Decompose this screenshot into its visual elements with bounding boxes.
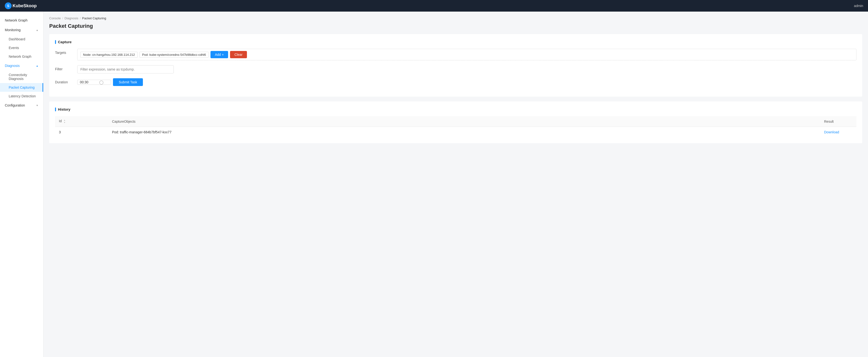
user-label: admin — [854, 4, 863, 8]
sidebar-item-connectivity-diagnosis[interactable]: Connectivity Diagnosis — [0, 70, 43, 83]
col-capture-objects-label: CaptureObjects — [112, 120, 135, 123]
add-button[interactable]: Add + — [211, 51, 228, 58]
table-header: Id ▲ ▼ CaptureObjects Result — [55, 116, 857, 127]
duration-input[interactable] — [80, 80, 99, 84]
sidebar-item-diagnosis[interactable]: Diagnosis — [0, 61, 43, 70]
filter-input[interactable] — [77, 65, 174, 73]
main-content: Console / Diagnosis / Packet Capturing P… — [43, 11, 868, 357]
table-body: 3 Pod: traffic-manager-684b7bf547-kxx77 … — [55, 127, 857, 138]
targets-label: Targets — [55, 49, 74, 55]
sidebar-label: Events — [9, 46, 19, 50]
col-id: Id ▲ ▼ — [55, 116, 108, 127]
sidebar-label: Network Graph — [5, 18, 28, 22]
sidebar-item-latency-detection[interactable]: Latency Detection — [0, 92, 43, 100]
breadcrumb-sep-2: / — [80, 17, 81, 20]
history-table: Id ▲ ▼ CaptureObjects Result — [55, 116, 857, 138]
sidebar-label: Diagnosis — [5, 64, 20, 68]
sort-icon-id[interactable]: ▲ ▼ — [64, 119, 66, 124]
history-section-title: History — [55, 107, 857, 111]
col-result-label: Result — [824, 120, 834, 123]
page-title: Packet Capturing — [49, 23, 862, 29]
chevron-up-icon — [36, 29, 38, 31]
filter-row: Filter — [55, 65, 857, 73]
chevron-up-icon — [36, 64, 38, 67]
capture-section-title: Capture — [55, 40, 857, 44]
chevron-down-icon — [36, 104, 38, 107]
table-header-row: Id ▲ ▼ CaptureObjects Result — [55, 116, 857, 127]
cell-capture-objects: Pod: traffic-manager-684b7bf547-kxx77 — [108, 127, 820, 138]
sidebar-label: Configuration — [5, 103, 25, 107]
logo-icon: S — [5, 2, 11, 9]
sidebar-label: Monitoring — [5, 28, 21, 32]
col-id-label: Id — [59, 119, 62, 123]
target-tag-1: Pod: kube-system/coredns-547b98dbcc-cdhl… — [140, 52, 209, 58]
sidebar-item-packet-capturing[interactable]: Packet Capturing — [0, 83, 43, 92]
capture-card: Capture Targets Node: cn-hangzhou.192.16… — [49, 34, 862, 97]
submit-task-button[interactable]: Submit Task — [113, 78, 143, 86]
sidebar-item-network-graph-top[interactable]: Network Graph — [0, 16, 43, 25]
filter-label: Filter — [55, 65, 74, 71]
duration-control: ◯ Submit Task — [77, 78, 857, 86]
top-navigation: S KubeSkoop admin — [0, 0, 868, 11]
clock-icon: ◯ — [99, 80, 103, 85]
breadcrumb-diagnosis[interactable]: Diagnosis — [64, 17, 78, 20]
main-layout: Network Graph Monitoring Dashboard Event… — [0, 11, 868, 357]
duration-label: Duration — [55, 78, 74, 84]
history-card: History Id ▲ ▼ CaptureObjects — [49, 101, 862, 143]
table-row: 3 Pod: traffic-manager-684b7bf547-kxx77 … — [55, 127, 857, 138]
filter-control — [77, 65, 857, 73]
download-link[interactable]: Download — [824, 130, 839, 134]
sidebar-item-dashboard[interactable]: Dashboard — [0, 35, 43, 43]
breadcrumb-current: Packet Capturing — [82, 17, 106, 20]
col-capture-objects: CaptureObjects — [108, 116, 820, 127]
sidebar-label: Network Graph — [9, 55, 31, 58]
sidebar-label: Connectivity Diagnosis — [9, 73, 27, 81]
sidebar-label: Dashboard — [9, 37, 25, 41]
breadcrumb-sep-1: / — [62, 17, 63, 20]
sidebar-item-events[interactable]: Events — [0, 43, 43, 52]
col-result: Result — [820, 116, 857, 127]
cell-result: Download — [820, 127, 857, 138]
breadcrumb-console[interactable]: Console — [49, 17, 61, 20]
sidebar-label: Latency Detection — [9, 94, 36, 98]
targets-row: Targets Node: cn-hangzhou.192.168.114.21… — [55, 49, 857, 60]
targets-control: Node: cn-hangzhou.192.168.114.212 Pod: k… — [77, 49, 857, 60]
breadcrumb: Console / Diagnosis / Packet Capturing — [49, 17, 862, 20]
duration-row: Duration ◯ Submit Task — [55, 78, 857, 86]
cell-id: 3 — [55, 127, 108, 138]
sidebar-item-network-graph-sub[interactable]: Network Graph — [0, 52, 43, 61]
clear-button[interactable]: Clear — [230, 51, 247, 58]
sidebar-label: Packet Capturing — [9, 86, 34, 89]
app-title: KubeSkoop — [12, 3, 37, 8]
sidebar: Network Graph Monitoring Dashboard Event… — [0, 11, 43, 357]
sidebar-item-monitoring[interactable]: Monitoring — [0, 25, 43, 35]
sidebar-item-configuration[interactable]: Configuration — [0, 100, 43, 110]
app-logo: S KubeSkoop — [5, 2, 37, 9]
targets-box: Node: cn-hangzhou.192.168.114.212 Pod: k… — [77, 49, 857, 60]
target-tag-0: Node: cn-hangzhou.192.168.114.212 — [81, 52, 137, 58]
